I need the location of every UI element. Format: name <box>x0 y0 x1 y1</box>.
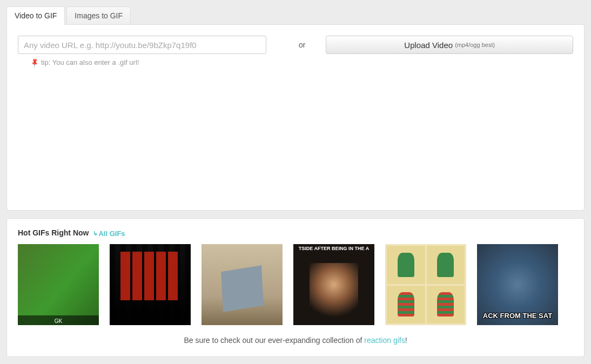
all-gifs-label: All GIFs <box>98 230 125 238</box>
upload-video-button[interactable]: Upload Video (mp4/ogg best) <box>326 36 573 54</box>
tip-text: tip: You can also enter a .gif url! <box>41 58 139 66</box>
upload-label: Upload Video <box>404 41 453 50</box>
footer-text: Be sure to check out our ever-expanding … <box>18 336 573 345</box>
footer-post: ! <box>405 336 407 345</box>
input-row: or Upload Video (mp4/ogg best) <box>18 36 573 54</box>
gif-thumb[interactable] <box>477 244 558 325</box>
gif-grid <box>18 244 573 325</box>
tab-images-to-gif[interactable]: Images to GIF <box>66 6 131 25</box>
gif-thumb[interactable] <box>202 244 283 325</box>
tip-row: 📌 tip: You can also enter a .gif url! <box>18 58 573 66</box>
hot-gifs-title: Hot GIFs Right Now <box>18 228 89 237</box>
tab-video-to-gif[interactable]: Video to GIF <box>6 6 65 25</box>
gif-thumb[interactable] <box>18 244 99 325</box>
all-gifs-link[interactable]: ↳All GIFs <box>93 230 125 238</box>
link-icon: ↳ <box>93 230 98 237</box>
reaction-gifs-link[interactable]: reaction gifs <box>364 336 405 345</box>
footer-pre: Be sure to check out our ever-expanding … <box>184 336 364 345</box>
tab-bar: Video to GIF Images to GIF <box>6 6 585 25</box>
upload-hint: (mp4/ogg best) <box>455 42 495 48</box>
video-url-input[interactable] <box>18 36 266 54</box>
gif-thumb[interactable] <box>293 244 374 325</box>
hot-gifs-panel: Hot GIFs Right Now ↳All GIFs Be sure to … <box>6 218 585 357</box>
gif-thumb[interactable] <box>385 244 466 325</box>
pin-icon: 📌 <box>29 57 40 68</box>
converter-panel: or Upload Video (mp4/ogg best) 📌 tip: Yo… <box>6 24 585 211</box>
hot-gifs-header: Hot GIFs Right Now ↳All GIFs <box>18 228 573 238</box>
or-separator: or <box>266 41 326 49</box>
converter-section: Video to GIF Images to GIF or Upload Vid… <box>6 6 585 211</box>
gif-thumb[interactable] <box>110 244 191 325</box>
